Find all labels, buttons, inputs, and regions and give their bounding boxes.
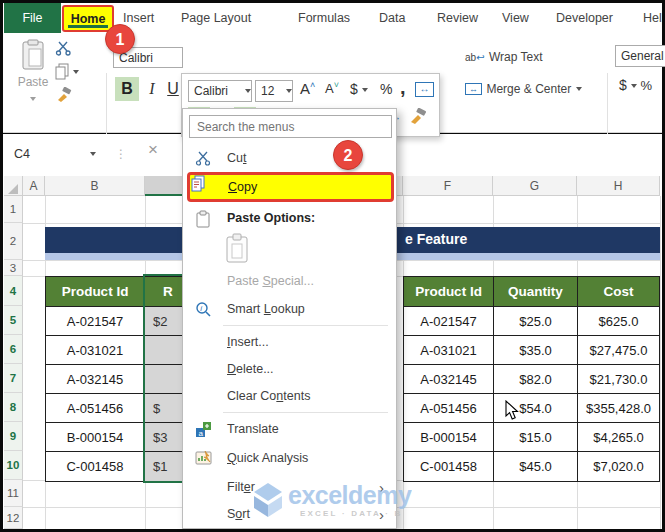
cell-b5[interactable]: A-021547	[46, 307, 145, 336]
mini-percent-button[interactable]: %	[380, 81, 392, 97]
right-table-header-quantity[interactable]: Quantity	[494, 277, 578, 307]
menu-item-smart-lookup[interactable]: i Smart Lookup	[185, 297, 394, 322]
accounting-format-button[interactable]: $ %	[619, 77, 652, 93]
menu-item-quick-analysis[interactable]: Quick Analysis	[185, 446, 394, 471]
menu-item-translate[interactable]: a Translate	[185, 417, 394, 442]
cell-h5[interactable]: $625.0	[578, 307, 659, 336]
mini-merge-icon[interactable]: ↔	[415, 82, 434, 97]
row-header-2[interactable]: 2	[4, 223, 23, 260]
cell-f10[interactable]: C-001458	[404, 452, 494, 481]
left-table-header-product[interactable]: Product Id	[46, 277, 145, 307]
row-header-1[interactable]: 1	[4, 196, 23, 223]
row-header-12[interactable]: 12	[4, 507, 23, 529]
cell-f5[interactable]: A-021547	[404, 307, 494, 336]
menu-item-clear-contents[interactable]: Clear Contents	[185, 384, 394, 409]
cell-h6[interactable]: $27,475.0	[578, 336, 659, 365]
menu-item-delete[interactable]: Delete...	[185, 357, 394, 382]
column-header-g[interactable]: G	[493, 176, 577, 196]
row-header-8[interactable]: 8	[4, 393, 23, 422]
cell-b10[interactable]: C-001458	[46, 452, 145, 481]
row-header-5[interactable]: 5	[4, 306, 23, 335]
menu-item-label: Insert...	[227, 330, 269, 355]
grow-font-button[interactable]: A˄	[300, 80, 315, 97]
mini-currency-button[interactable]: $	[350, 81, 368, 97]
menu-item-label: Sort	[227, 502, 250, 527]
mini-format-painter-button[interactable]	[408, 108, 426, 129]
menu-item-label: Delete...	[227, 357, 274, 382]
underline-button[interactable]: U	[163, 77, 183, 101]
column-header-h[interactable]: H	[577, 176, 660, 196]
mini-comma-button[interactable]: ,	[400, 76, 406, 99]
italic-button[interactable]: I	[142, 77, 162, 101]
tab-review[interactable]: Review	[437, 3, 478, 33]
menu-item-insert[interactable]: Insert...	[185, 330, 394, 355]
bold-button[interactable]: B	[115, 77, 139, 101]
tab-developer[interactable]: Developer	[556, 3, 613, 33]
cell-g6[interactable]: $35.0	[494, 336, 578, 365]
cancel-button[interactable]: ×	[148, 140, 158, 160]
row-header-11[interactable]: 11	[4, 480, 23, 507]
tab-page-layout[interactable]: Page Layout	[181, 3, 251, 33]
menu-item-label: Translate	[227, 417, 279, 442]
name-box-splitter[interactable]: ⋮	[115, 142, 127, 166]
tab-view[interactable]: View	[502, 3, 529, 33]
menu-item-copy[interactable]: Copy	[187, 172, 394, 202]
mini-font-name-combobox[interactable]: Calibri	[188, 80, 252, 102]
name-box[interactable]: C4	[10, 142, 105, 166]
tab-data[interactable]: Data	[379, 3, 405, 33]
cell-g9[interactable]: $15.0	[494, 423, 578, 452]
menu-item-paste-options: Paste Options:	[185, 206, 394, 231]
right-table-header-product[interactable]: Product Id	[404, 277, 494, 307]
cell-f8[interactable]: A-051456	[404, 394, 494, 423]
right-table-header-cost[interactable]: Cost	[578, 277, 659, 307]
menu-item-cut[interactable]: Cut	[185, 146, 394, 171]
merge-center-icon: ↔	[465, 83, 482, 95]
cell-b6[interactable]: A-031021	[46, 336, 145, 365]
row-header-6[interactable]: 6	[4, 335, 23, 364]
copy-pages-icon	[55, 63, 70, 80]
cell-h9[interactable]: $4,265.0	[578, 423, 659, 452]
paste-label: Paste	[15, 75, 51, 89]
cell-b9[interactable]: B-000154	[46, 423, 145, 452]
gridline	[660, 196, 661, 529]
merge-center-button[interactable]: ↔ Merge & Center	[465, 79, 582, 97]
wrap-text-button[interactable]: ab↩ Wrap Text	[465, 47, 543, 65]
cell-g10[interactable]: $45.0	[494, 452, 578, 481]
column-header-f[interactable]: F	[403, 176, 493, 196]
tab-file[interactable]: File	[4, 3, 61, 33]
excel-window: File Home Insert Page Layout Formulas Da…	[0, 0, 665, 532]
row-header-4[interactable]: 4	[4, 276, 23, 306]
column-header-b[interactable]: B	[45, 176, 145, 196]
menu-item-sort[interactable]: Sort ›	[185, 502, 394, 527]
tab-help[interactable]: Help	[643, 3, 662, 33]
cell-h8[interactable]: $355,428.0	[578, 394, 659, 423]
row-header-9[interactable]: 9	[4, 422, 23, 451]
cell-b8[interactable]: A-051456	[46, 394, 145, 423]
select-all-corner[interactable]	[4, 176, 23, 196]
cell-g7[interactable]: $82.0	[494, 365, 578, 394]
paste-option-keep-formatting[interactable]	[225, 233, 251, 265]
menu-item-filter[interactable]: Filter ›	[185, 475, 394, 500]
row-header-10[interactable]: 10	[4, 451, 23, 480]
column-header-a[interactable]: A	[23, 176, 45, 196]
cell-h7[interactable]: $21,730.0	[578, 365, 659, 394]
menu-search-input[interactable]	[189, 115, 392, 138]
shrink-font-button[interactable]: A˅	[325, 80, 339, 96]
mini-font-size-combobox[interactable]: 12	[255, 80, 293, 102]
copy-button[interactable]	[55, 63, 70, 84]
row-header-7[interactable]: 7	[4, 364, 23, 393]
paste-button[interactable]: Paste	[15, 39, 51, 105]
number-format-combobox[interactable]: General	[615, 45, 665, 67]
tab-home[interactable]: Home	[62, 5, 114, 32]
cell-h10[interactable]: $7,020.0	[578, 452, 659, 481]
step-2-badge: 2	[333, 140, 363, 170]
cell-g5[interactable]: $25.0	[494, 307, 578, 336]
tab-formulas[interactable]: Formulas	[298, 3, 350, 33]
cell-f7[interactable]: A-032145	[404, 365, 494, 394]
cell-f9[interactable]: B-000154	[404, 423, 494, 452]
cell-b7[interactable]: A-032145	[46, 365, 145, 394]
cell-f6[interactable]: A-031021	[404, 336, 494, 365]
cut-button[interactable]	[55, 41, 72, 60]
format-painter-button[interactable]	[55, 87, 72, 107]
row-header-3[interactable]: 3	[4, 260, 23, 276]
